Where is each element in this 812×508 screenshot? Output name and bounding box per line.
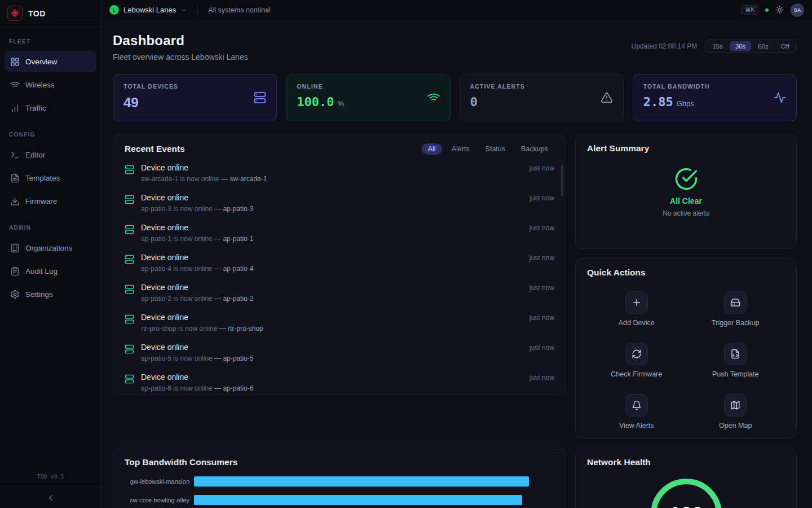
- event-filter-status[interactable]: Status: [479, 143, 511, 155]
- dashboard-grid: Recent Events AllAlertsStatusBackups Dev…: [113, 134, 797, 508]
- sidebar-item-overview[interactable]: Overview: [5, 51, 96, 72]
- quick-action-check-firmware[interactable]: Check Firmware: [587, 343, 686, 378]
- quick-action-trigger-backup[interactable]: Trigger Backup: [686, 291, 785, 327]
- sidebar-item-settings[interactable]: Settings: [5, 283, 96, 305]
- bandwidth-device-label: sw-core-bowling-alley: [125, 497, 189, 503]
- sidebar-collapse-button[interactable]: [46, 493, 55, 502]
- topbar-divider: [197, 6, 198, 14]
- quick-action-view-alerts[interactable]: View Alerts: [587, 394, 686, 430]
- quick-action-open-map[interactable]: Open Map: [686, 394, 785, 430]
- qa-tile: [724, 291, 747, 314]
- clipboard-icon: [10, 266, 20, 276]
- event-time: just now: [529, 314, 554, 332]
- sidebar-footer: TOD v9.5: [0, 469, 101, 508]
- org-name: Lebowski Lanes: [123, 6, 176, 14]
- sidebar-item-organizations[interactable]: Organizations: [5, 237, 96, 259]
- quick-action-push-template[interactable]: Push Template: [686, 343, 785, 378]
- event-row[interactable]: Device onlinertr-pro-shop is now online …: [125, 308, 554, 338]
- sidebar-item-label: Settings: [25, 290, 53, 299]
- sidebar-item-label: Editor: [25, 151, 45, 159]
- theme-toggle-button[interactable]: [775, 6, 784, 14]
- sidebar-item-audit-log[interactable]: Audit Log: [5, 260, 96, 282]
- user-avatar[interactable]: SA: [791, 3, 804, 17]
- network-health-panel: Network Health 100: [575, 448, 797, 508]
- sidebar-item-firmware[interactable]: Firmware: [5, 190, 96, 212]
- page-header: Dashboard Fleet overview across Lebowski…: [113, 33, 797, 62]
- topbar: L Lebowski Lanes All systems nominal ⌘K …: [102, 0, 812, 20]
- stat-value: 100.0%: [297, 95, 344, 109]
- alert-summary-panel: Alert Summary All Clear No active alerts: [575, 134, 797, 249]
- stat-card-total-bandwidth: TOTAL BANDWIDTH2.85Gbps: [633, 74, 797, 121]
- stat-label: TOTAL DEVICES: [123, 83, 178, 90]
- event-device: — ap-patio-4: [214, 265, 253, 273]
- event-title: Device online: [141, 253, 523, 262]
- refresh-option-15s[interactable]: 15s: [707, 41, 729, 51]
- event-detail: rtr-pro-shop is now online — rtr-pro-sho…: [141, 325, 523, 332]
- events-title: Recent Events: [125, 144, 185, 154]
- app-version: TOD v9.5: [0, 469, 101, 487]
- sidebar-item-editor[interactable]: Editor: [5, 144, 96, 165]
- event-time: just now: [529, 164, 554, 183]
- event-filter-all[interactable]: All: [422, 143, 442, 155]
- sidebar-item-wireless[interactable]: Wireless: [5, 74, 96, 95]
- refresh-option-30s[interactable]: 30s: [730, 41, 752, 51]
- event-detail: ap-patio-3 is now online — ap-patio-3: [141, 205, 523, 213]
- alert-triangle-icon: [601, 91, 613, 104]
- bandwidth-row: gw-lebowski-mansion: [125, 476, 554, 487]
- stat-value: 49: [123, 95, 178, 111]
- refresh-icon: [632, 349, 642, 359]
- event-title: Device online: [141, 283, 523, 292]
- sidebar-item-templates[interactable]: Templates: [5, 167, 96, 189]
- collapse-row: [0, 487, 101, 508]
- event-row[interactable]: Device onlineap-patio-5 is now online — …: [125, 338, 554, 367]
- event-device: — sw-arcade-1: [221, 175, 267, 183]
- event-row[interactable]: Device onlineap-patio-3 is now online — …: [125, 188, 554, 218]
- event-filter-alerts[interactable]: Alerts: [445, 143, 476, 155]
- event-device: — ap-patio-5: [214, 354, 253, 362]
- stat-icon-wrap: [601, 91, 613, 104]
- event-row[interactable]: Device onlineap-patio-2 is now online — …: [125, 278, 554, 308]
- bandwidth-bar-track: [194, 476, 554, 487]
- qa-tile: [724, 343, 747, 365]
- qa-label: Check Firmware: [611, 370, 662, 378]
- quick-action-add-device[interactable]: Add Device: [587, 291, 686, 327]
- check-circle-icon: [674, 167, 698, 191]
- server-icon: [125, 225, 134, 234]
- server-icon: [125, 195, 134, 204]
- terminal-icon: [10, 150, 20, 160]
- event-filter-backups[interactable]: Backups: [515, 143, 554, 155]
- file-code-icon: [730, 349, 740, 359]
- stat-value: 2.85Gbps: [643, 95, 710, 109]
- header-right: Updated 02:00:14 PM 15s30s60sOff: [631, 40, 797, 53]
- nav-section-label: ADMIN: [0, 213, 101, 235]
- app-name: TOD: [28, 9, 46, 18]
- event-device: — ap-patio-3: [214, 205, 253, 213]
- stat-value: 0: [470, 95, 525, 109]
- event-title: Device online: [141, 343, 523, 352]
- event-row[interactable]: Device onlineap-patio-4 is now online — …: [125, 248, 554, 278]
- bar-chart-icon: [10, 103, 20, 113]
- event-row[interactable]: Device onlinesw-arcade-1 is now online —…: [125, 158, 554, 188]
- event-time: just now: [529, 224, 554, 243]
- command-palette-shortcut[interactable]: ⌘K: [741, 5, 758, 15]
- event-row[interactable]: Device onlineap-patio-1 is now online — …: [125, 218, 554, 248]
- quick-actions-title: Quick Actions: [587, 268, 785, 278]
- sidebar-item-label: Overview: [25, 58, 57, 66]
- stat-label: ONLINE: [297, 83, 344, 90]
- bell-icon: [632, 400, 642, 410]
- page-title: Dashboard: [113, 33, 248, 49]
- sidebar-item-traffic[interactable]: Traffic: [5, 97, 96, 119]
- system-status-text: All systems nominal: [208, 6, 270, 14]
- event-row[interactable]: Device onlineap-patio-6 is now online — …: [125, 367, 554, 395]
- events-scrollbar[interactable]: [561, 165, 563, 196]
- refresh-option-60s[interactable]: 60s: [752, 41, 774, 51]
- server-icon: [125, 314, 134, 324]
- event-device: — ap-patio-2: [214, 295, 253, 303]
- qa-label: Push Template: [712, 370, 758, 378]
- sun-icon: [775, 6, 784, 14]
- alert-summary-title: Alert Summary: [587, 143, 785, 154]
- chevron-down-icon: [180, 7, 187, 14]
- sidebar-nav: FLEETOverviewWirelessTrafficCONFIGEditor…: [0, 27, 101, 306]
- refresh-option-off[interactable]: Off: [775, 41, 795, 51]
- org-switcher[interactable]: L Lebowski Lanes: [109, 5, 187, 15]
